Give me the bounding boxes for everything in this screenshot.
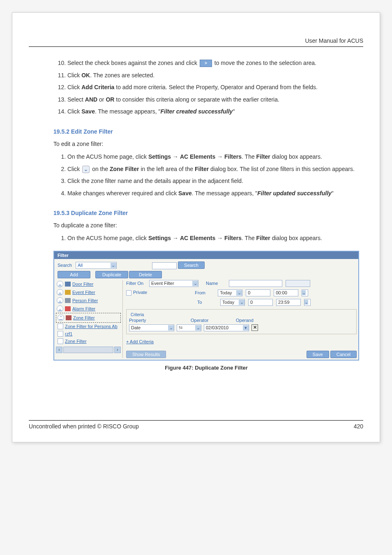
move-right-icon (200, 60, 212, 67)
dup-step-1: On the ACUS home page, click Settings → … (67, 234, 359, 243)
expand-icon[interactable]: ⌄ (57, 281, 63, 287)
section-19-5-3-intro: To duplicate a zone filter: (53, 222, 359, 229)
checkbox[interactable] (58, 324, 63, 329)
step-11: Click OK. The zones are selected. (67, 72, 359, 80)
filter-dialog: Filter Search All⌄ Search Add Duplicate … (53, 251, 359, 361)
search-button[interactable]: Search (178, 261, 205, 269)
add-button[interactable]: Add (58, 271, 90, 278)
expand-icon[interactable]: ⌄ (57, 305, 63, 312)
chevron-down-icon: ⌄ (302, 290, 306, 295)
chevron-down-icon: ⌄ (304, 300, 308, 305)
dialog-search-bar: Search All⌄ Search (54, 259, 358, 269)
chevron-down-icon: ⌄ (239, 300, 244, 305)
operand-header: Operand (236, 318, 254, 323)
expand-icon (82, 166, 90, 173)
criteria-property-select[interactable]: Date⌄ (129, 324, 174, 331)
door-icon (65, 282, 71, 287)
tree-item-event-filter[interactable]: ⌄ Event Filter (56, 288, 121, 296)
to-label: To (197, 300, 217, 305)
step-10: Select the check boxes against the zones… (67, 59, 359, 67)
section-19-5-3-heading: 19.5.3 Duplicate Zone Filter (53, 210, 359, 216)
to-num-input[interactable]: 0 (248, 299, 273, 306)
filter-tree: ⌄ Door Filter ⌄ Event Filter ⌄ Person Fi… (56, 280, 123, 358)
page-header: User Manual for ACUS (29, 37, 363, 47)
scroll-right-icon[interactable]: › (114, 347, 121, 353)
expand-icon[interactable]: ⌄ (57, 297, 63, 304)
step-12: Click Add Criteria to add more criteria.… (67, 83, 359, 92)
search-label: Search (58, 263, 72, 268)
search-select[interactable]: All⌄ (76, 262, 117, 269)
edit-step-3: Click the zone filter name and the detai… (67, 177, 359, 185)
tree-sub-zone-filter[interactable]: Zone Filter (56, 338, 121, 345)
chevron-down-icon: ⌄ (236, 290, 242, 296)
from-time-input[interactable]: 00:00 (274, 289, 298, 296)
chevron-down-icon: ⌄ (195, 325, 201, 331)
to-time-dd[interactable]: ⌄ (304, 299, 311, 306)
section-19-5-2-heading: 19.5.2 Edit Zone Filter (53, 128, 359, 135)
to-select[interactable]: Today⌄ (220, 299, 245, 306)
dialog-title: Filter (54, 252, 358, 259)
duplicate-button[interactable]: Duplicate (95, 271, 128, 278)
alarm-icon (65, 306, 71, 311)
delete-criteria-button[interactable]: ✕ (251, 324, 258, 331)
edit-step-2: Click on the Zone Filter in the left are… (67, 165, 359, 173)
step-13: Select AND or OR to consider this criter… (67, 96, 359, 104)
criteria-operand-select[interactable]: 02/03/2010▾ (204, 324, 249, 331)
edit-step-1: On the ACUS home page, click Settings → … (67, 153, 359, 161)
chevron-down-icon: ⌄ (168, 325, 174, 331)
chevron-down-icon: ▾ (243, 325, 249, 331)
tree-item-alarm-filter[interactable]: ⌄ Alarm Filter (56, 305, 121, 313)
figure-caption: Figure 447: Duplicate Zone Filter (53, 365, 359, 371)
to-time-input[interactable]: 23:59 (276, 299, 301, 306)
from-time-dd[interactable]: ⌄ (302, 289, 308, 296)
page-number: 420 (354, 423, 363, 430)
name-aux[interactable] (286, 280, 310, 287)
person-icon (65, 298, 71, 303)
criteria-legend: Criteria (129, 312, 145, 317)
search-input[interactable] (152, 262, 177, 269)
filter-on-label: Filter On (126, 281, 146, 286)
property-header: Property (129, 318, 178, 323)
edit-step-4: Make changes wherever required and click… (67, 190, 359, 198)
expand-icon[interactable]: ⌄ (57, 289, 63, 296)
name-input[interactable] (229, 280, 282, 287)
horizontal-scrollbar[interactable]: ‹ › (56, 347, 121, 353)
footer-left: Uncontrolled when printed © RISCO Group (29, 423, 139, 430)
tree-item-zone-filter[interactable]: ⌃ Zone Filter (57, 314, 120, 322)
save-button[interactable]: Save (307, 351, 329, 358)
show-results-button[interactable]: Show Results (126, 351, 166, 358)
add-criteria-link[interactable]: + Add Criteria (126, 339, 154, 344)
filter-on-select[interactable]: Event Filter⌄ (149, 280, 198, 287)
tree-sub-rzf1[interactable]: rzf1 (56, 330, 121, 338)
from-select[interactable]: Today⌄ (218, 289, 242, 296)
delete-button[interactable]: Delete (129, 271, 162, 278)
private-checkbox[interactable]: Private (126, 290, 147, 296)
zone-icon (66, 315, 71, 320)
event-icon (65, 290, 71, 295)
step-14: Click Save. The message appears, "Filter… (67, 108, 359, 116)
chevron-down-icon: ⌄ (111, 263, 116, 268)
criteria-operator-select[interactable]: !=⌄ (177, 324, 201, 331)
tree-item-door-filter[interactable]: ⌄ Door Filter (56, 280, 121, 288)
tree-item-person-filter[interactable]: ⌄ Person Filter (56, 296, 121, 305)
section-19-5-2-intro: To edit a zone filter: (53, 141, 359, 147)
checkbox[interactable] (58, 338, 63, 344)
collapse-icon[interactable]: ⌃ (58, 314, 64, 321)
from-num-input[interactable]: 0 (246, 289, 270, 296)
operator-header: Operator (191, 318, 224, 323)
tree-sub-zone-persons[interactable]: Zone Filter for Persons Ab (56, 323, 121, 330)
chevron-down-icon: ⌄ (192, 281, 198, 286)
cancel-button[interactable]: Cancel (330, 351, 357, 358)
checkbox[interactable] (58, 331, 63, 337)
from-label: From (195, 290, 214, 295)
criteria-box: Criteria Property Operator Operand Date⌄… (126, 309, 357, 334)
scroll-left-icon[interactable]: ‹ (56, 347, 62, 353)
name-label: Name (206, 281, 226, 286)
